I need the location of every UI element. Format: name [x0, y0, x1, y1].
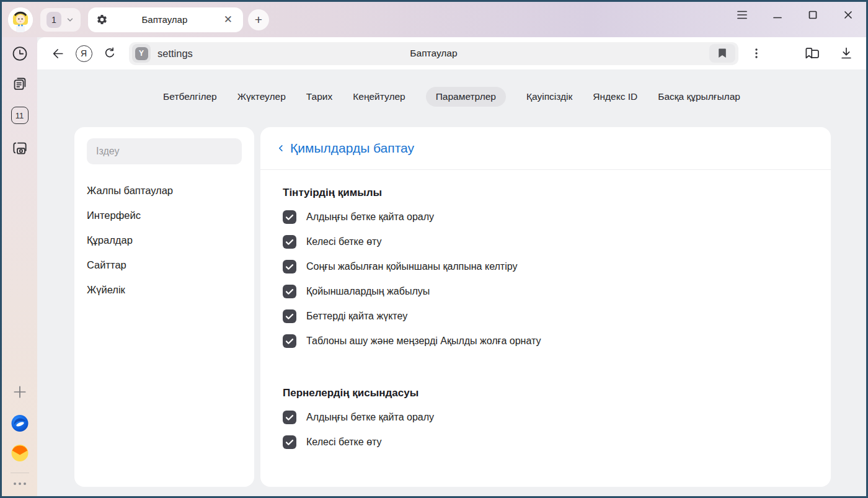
checkbox-checked-icon[interactable]	[283, 334, 296, 348]
tab-close-icon[interactable]: ✕	[221, 13, 235, 26]
address-bar-page-title: Баптаулар	[129, 48, 738, 59]
minimize-button[interactable]	[772, 9, 783, 20]
tab-count-badge: 11	[16, 111, 24, 120]
section-heading-mouse-gestures: Тінтуірдің қимылы	[283, 187, 808, 199]
sidebar-item-tools[interactable]: Құралдар	[87, 228, 242, 252]
checkbox-checked-icon[interactable]	[283, 210, 296, 224]
rail-more-button[interactable]	[14, 482, 26, 485]
back-to-settings-button[interactable]	[275, 143, 286, 154]
sidebar-item-general[interactable]: Жалпы баптаулар	[87, 178, 242, 203]
checkbox-checked-icon[interactable]	[283, 235, 296, 249]
tab-bookmarks[interactable]: Бетбелгілер	[163, 87, 217, 107]
settings-nav-tabs: Бетбелгілер Жүктеулер Тарих Кеңейтулер П…	[37, 69, 866, 107]
checkbox-label: Соңғы жабылған қойыншаны қалпына келтіру	[306, 261, 517, 272]
panel-body: Тінтуірдің қимылы Алдыңғы бетке қайта ор…	[260, 170, 831, 455]
active-tab-settings[interactable]: Баптаулар ✕	[88, 7, 243, 32]
tab-title: Баптаулар	[108, 14, 221, 25]
panel-header: Қимылдарды баптау	[260, 127, 831, 170]
checkbox-row[interactable]: Таблоны ашу және меңзерді Ақылды жолға о…	[283, 329, 808, 353]
refresh-button[interactable]	[97, 41, 123, 66]
checkbox-label: Таблоны ашу және меңзерді Ақылды жолға о…	[306, 336, 541, 347]
tab-group-count-badge: 1	[46, 12, 61, 28]
checkbox-row[interactable]: Қойыншалардың жабылуы	[283, 279, 808, 304]
hamburger-icon	[737, 10, 748, 20]
close-icon	[843, 10, 853, 20]
tab-count-button[interactable]: 11	[11, 107, 29, 124]
gestures-settings-panel: Қимылдарды баптау Тінтуірдің қимылы Алды…	[260, 127, 831, 487]
bookmarks-panel-button[interactable]	[11, 76, 28, 92]
tab-history[interactable]: Тарих	[306, 87, 332, 107]
checkbox-row[interactable]: Келесі бетке өту	[283, 430, 808, 455]
search-input[interactable]	[87, 138, 242, 164]
yandex-mail-logo-icon	[11, 444, 29, 462]
checkbox-label: Алдыңғы бетке қайта оралу	[306, 412, 434, 423]
checkbox-label: Қойыншалардың жабылуы	[306, 286, 430, 297]
sidebar-item-interface[interactable]: Интерфейс	[87, 203, 242, 228]
sidebar-item-system[interactable]: Жүйелік	[87, 277, 242, 302]
collections-button[interactable]	[804, 45, 820, 61]
browser-window: 1 Баптаулар ✕ +	[0, 0, 868, 498]
checkbox-label: Алдыңғы бетке қайта оралу	[306, 211, 434, 223]
documents-icon	[11, 76, 28, 92]
checkbox-checked-icon[interactable]	[283, 411, 296, 424]
window-controls	[737, 9, 854, 20]
bookmark-icon	[717, 48, 727, 59]
page-actions-menu-button[interactable]	[746, 41, 767, 66]
tab-security[interactable]: Қауіпсіздік	[526, 87, 572, 107]
settings-menu: Жалпы баптаулар Интерфейс Құралдар Сайтт…	[87, 178, 242, 302]
url-text: settings	[157, 48, 193, 60]
checkbox-row[interactable]: Соңғы жабылған қойыншаны қалпына келтіру	[283, 254, 808, 279]
maximize-icon	[808, 10, 818, 20]
page-title[interactable]: Қимылдарды баптау	[290, 141, 414, 156]
tab-bar: 1 Баптаулар ✕ +	[2, 2, 866, 37]
add-panel-button[interactable]	[12, 384, 28, 400]
back-button[interactable]	[45, 41, 71, 66]
tab-yandex-id[interactable]: Яндекс ID	[593, 87, 637, 107]
close-window-button[interactable]	[843, 9, 854, 20]
chevron-down-icon	[66, 16, 74, 24]
checkbox-checked-icon[interactable]	[283, 309, 296, 323]
browser-menu-button[interactable]	[737, 9, 748, 20]
address-bar[interactable]: Y settings Баптаулар	[129, 42, 738, 65]
checkbox-checked-icon[interactable]	[283, 435, 296, 449]
yandex-home-button[interactable]: Я	[71, 41, 97, 66]
downloads-button[interactable]	[839, 46, 854, 61]
checkbox-label: Келесі бетке өту	[306, 437, 382, 448]
kebab-menu-icon	[751, 47, 762, 60]
tab-extensions[interactable]: Кеңейтулер	[353, 87, 405, 107]
minimize-icon	[773, 10, 782, 20]
checkbox-row[interactable]: Алдыңғы бетке қайта оралу	[283, 205, 808, 229]
checkbox-row[interactable]: Келесі бетке өту	[283, 229, 808, 254]
checkbox-row[interactable]: Алдыңғы бетке қайта оралу	[283, 405, 808, 430]
screenshot-button[interactable]	[11, 139, 29, 157]
screenshot-camera-icon	[11, 139, 29, 157]
tab-settings[interactable]: Параметрлер	[426, 87, 506, 107]
yandex-mail-shortcut[interactable]	[11, 444, 29, 462]
settings-sidebar: Жалпы баптаулар Интерфейс Құралдар Сайтт…	[74, 127, 254, 487]
arrow-left-icon	[51, 47, 65, 61]
gear-icon	[96, 14, 108, 25]
checkbox-row[interactable]: Беттерді қайта жүктеу	[283, 304, 808, 329]
settings-page: Бетбелгілер Жүктеулер Тарих Кеңейтулер П…	[37, 69, 866, 496]
yandex-browser-logo-icon	[11, 414, 29, 432]
tab-other-devices[interactable]: Басқа құрылғылар	[658, 87, 740, 107]
bookmark-button[interactable]	[709, 44, 735, 63]
history-button[interactable]	[11, 45, 28, 62]
yandex-logo-icon: Я	[76, 45, 92, 62]
maximize-button[interactable]	[807, 9, 818, 20]
user-avatar[interactable]	[8, 7, 33, 32]
sidebar-item-sites[interactable]: Сайттар	[87, 252, 242, 277]
chevron-left-icon	[275, 143, 286, 154]
rail-divider	[11, 473, 29, 473]
yandex-browser-shortcut[interactable]	[11, 414, 29, 432]
tab-group-selector[interactable]: 1	[40, 8, 81, 32]
plus-icon: +	[255, 12, 262, 27]
browser-toolbar: Я Y settings Баптаулар	[37, 37, 866, 69]
refresh-icon	[103, 47, 117, 60]
checkbox-checked-icon[interactable]	[283, 285, 296, 298]
side-rail: 11	[2, 37, 37, 496]
new-tab-button[interactable]: +	[248, 9, 269, 30]
tab-downloads[interactable]: Жүктеулер	[237, 87, 286, 107]
checkbox-label: Беттерді қайта жүктеу	[306, 311, 407, 322]
checkbox-checked-icon[interactable]	[283, 260, 296, 273]
